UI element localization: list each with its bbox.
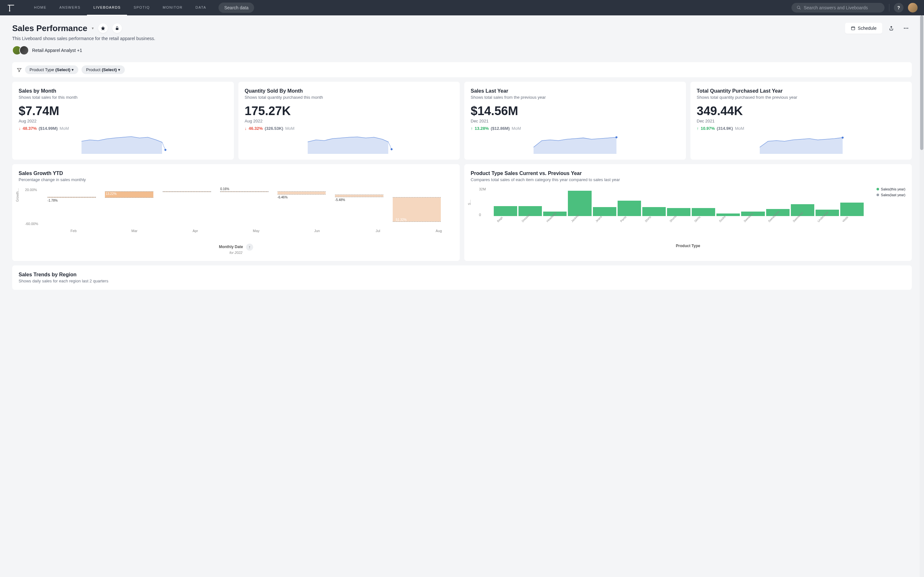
delta-pct: 10.97% xyxy=(701,126,715,131)
x-tick: Mar xyxy=(132,229,137,233)
legend-dot-icon xyxy=(877,193,879,196)
calendar-icon xyxy=(851,26,855,31)
search-input[interactable] xyxy=(804,5,879,10)
delta-pct: 48.37% xyxy=(23,126,37,131)
page-header: Sales Performance ▾ Schedule This Livebo… xyxy=(0,15,924,58)
card-title: Quantity Sold By Month xyxy=(245,88,454,94)
y-tick: 32M xyxy=(479,187,486,191)
card-title: Sales Trends by Region xyxy=(19,272,905,277)
svg-point-10 xyxy=(842,137,843,139)
help-button[interactable]: ? xyxy=(894,3,903,13)
product-sales-card[interactable]: Product Type Sales Current vs. Previous … xyxy=(464,164,912,261)
x-axis-title: Product Type xyxy=(471,243,905,248)
legend-label: Sales(last year) xyxy=(881,193,905,197)
nav-liveboards[interactable]: LIVEBOARDS xyxy=(87,0,127,16)
svg-point-6 xyxy=(907,28,908,29)
card-title: Sales Growth YTD xyxy=(19,171,453,176)
x-axis-title: Monthly Date ↑ xyxy=(19,243,453,251)
card-subtitle: Compares total sales of each item catego… xyxy=(471,177,905,182)
logo[interactable] xyxy=(6,3,15,12)
metric-date: Dec 2021 xyxy=(697,119,906,123)
global-search[interactable] xyxy=(792,3,885,13)
delta-pct: 13.28% xyxy=(475,126,489,131)
share-button[interactable] xyxy=(885,23,897,34)
main-nav: HOME ANSWERS LIVEBOARDS SPOTIQ MONITOR D… xyxy=(27,0,213,16)
bar-label: 51.32% xyxy=(396,218,407,221)
metric-date: Aug 2022 xyxy=(19,119,228,123)
sparkline xyxy=(19,134,228,154)
nav-spotiq[interactable]: SPOTIQ xyxy=(127,0,156,16)
title-dropdown-icon[interactable]: ▾ xyxy=(92,26,94,31)
bar-chart: S… 32M 0 BagsDressesHeadwearJacketsJeans… xyxy=(471,187,905,242)
svg-point-1 xyxy=(797,6,800,9)
nav-data[interactable]: DATA xyxy=(189,0,213,16)
delta-mom: MoM xyxy=(60,126,69,131)
y-axis-label: S… xyxy=(468,200,471,205)
kpi-card[interactable]: Sales Last Year Shows total sales from t… xyxy=(464,82,686,160)
delta-mom: MoM xyxy=(735,126,744,131)
svg-point-8 xyxy=(391,148,393,150)
scrollbar[interactable] xyxy=(919,15,924,294)
scrollbar-thumb[interactable] xyxy=(920,15,923,150)
x-axis-subtitle: for 2022 xyxy=(19,251,453,255)
nav-answers[interactable]: ANSWERS xyxy=(53,0,87,16)
svg-point-9 xyxy=(615,136,617,138)
arrow-up-icon: ↑ xyxy=(471,126,473,131)
growth-card[interactable]: Sales Growth YTD Percentage change in sa… xyxy=(12,164,460,261)
avatar-stack[interactable] xyxy=(12,45,29,55)
chevron-down-icon: ▾ xyxy=(118,67,120,72)
y-tick: 20.00% xyxy=(25,188,37,192)
card-subtitle: Shows total sales from the previous year xyxy=(471,95,680,100)
filter-bar: Product Type (Select) ▾ Product (Select)… xyxy=(12,62,912,77)
favorite-button[interactable] xyxy=(98,23,108,33)
card-title: Sales Last Year xyxy=(471,88,680,94)
svg-point-0 xyxy=(9,11,10,11)
svg-point-4 xyxy=(904,28,905,29)
svg-rect-2 xyxy=(116,28,118,30)
y-tick: 0 xyxy=(479,213,481,217)
arrow-up-icon: ↑ xyxy=(697,126,699,131)
legend-dot-icon xyxy=(877,188,879,190)
page-subtitle: This Liveboard shows sales performance f… xyxy=(12,36,912,41)
delta-ref: (314.9K) xyxy=(717,126,733,131)
filter-icon[interactable] xyxy=(17,67,22,73)
x-tick: Feb xyxy=(71,229,77,233)
bar-label: -5.48% xyxy=(335,198,345,201)
card-subtitle: Shows total quantity purchased this mont… xyxy=(245,95,454,100)
search-data-button[interactable]: Search data xyxy=(218,3,254,13)
metric-value: 175.27K xyxy=(245,104,454,118)
delta-mom: MoM xyxy=(285,126,294,131)
card-title: Product Type Sales Current vs. Previous … xyxy=(471,171,905,176)
delta-ref: ($14.99M) xyxy=(39,126,58,131)
chevron-down-icon: ▾ xyxy=(71,67,74,72)
kpi-card[interactable]: Quantity Sold By Month Shows total quant… xyxy=(238,82,460,160)
x-tick: Jul xyxy=(376,229,380,233)
delta-mom: MoM xyxy=(512,126,521,131)
y-axis-label: Growth… xyxy=(16,188,19,201)
kpi-card[interactable]: Sales by Month Shows total sales for thi… xyxy=(12,82,234,160)
schedule-button[interactable]: Schedule xyxy=(845,23,882,34)
avatar xyxy=(19,45,29,55)
share-icon xyxy=(889,26,894,31)
metric-value: $14.56M xyxy=(471,104,680,118)
region-trends-card[interactable]: Sales Trends by Region Shows daily sales… xyxy=(12,266,912,290)
sparkline xyxy=(697,134,906,154)
filter-chip-product-type[interactable]: Product Type (Select) ▾ xyxy=(25,65,78,74)
metric-value: $7.74M xyxy=(19,104,228,118)
lock-button[interactable] xyxy=(112,23,122,33)
metric-date: Aug 2022 xyxy=(245,119,454,123)
kpi-card[interactable]: Total Quantity Purchased Last Year Shows… xyxy=(690,82,912,160)
delta-ref: ($12.86M) xyxy=(491,126,510,131)
user-avatar[interactable] xyxy=(908,3,918,13)
more-button[interactable] xyxy=(900,23,912,34)
nav-monitor[interactable]: MONITOR xyxy=(156,0,189,16)
search-icon xyxy=(796,5,801,10)
filter-chip-product[interactable]: Product (Select) ▾ xyxy=(81,65,125,74)
delta-ref: (326.53K) xyxy=(265,126,283,131)
metric-value: 349.44K xyxy=(697,104,906,118)
sort-button[interactable]: ↑ xyxy=(246,243,253,251)
card-subtitle: Shows daily sales for each region last 2… xyxy=(19,279,905,284)
legend: Sales(this year) Sales(last year) xyxy=(877,187,905,199)
y-tick: -60.00% xyxy=(25,222,38,226)
nav-home[interactable]: HOME xyxy=(27,0,53,16)
